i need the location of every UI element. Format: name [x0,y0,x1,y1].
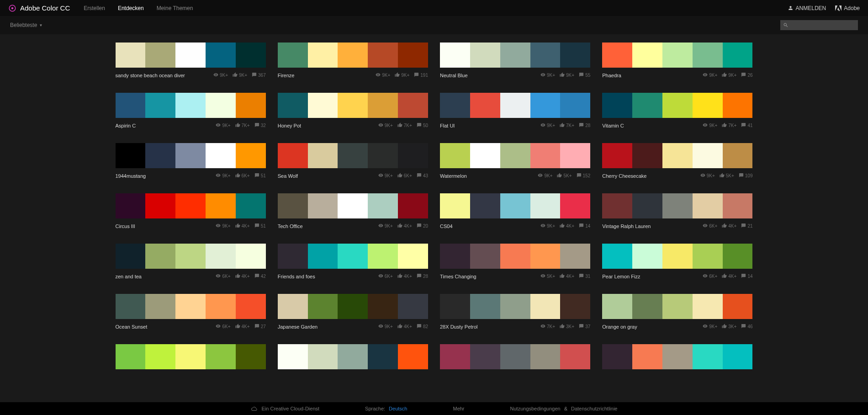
swatch [278,244,308,269]
thumb-up-icon [560,223,565,229]
swatch-row [278,294,428,319]
likes-count: 3K+ [566,324,574,329]
brand[interactable]: Adobe Color CC [8,4,70,12]
swatch [338,143,368,168]
comments-count: 191 [420,73,428,78]
theme-card[interactable]: Pear Lemon Fizz6K+4K+14 [602,244,752,279]
swatch [470,344,500,369]
swatch [693,244,723,269]
theme-card[interactable]: Vitamin C9K+7K+41 [602,93,752,128]
views-count: 9K+ [382,73,390,78]
theme-meta: Friends and foes6K+4K+28 [278,273,428,279]
swatch [278,294,308,319]
search-input[interactable] [780,20,858,30]
comments-count: 21 [747,223,752,229]
theme-card[interactable]: CS049K+4K+14 [440,193,590,229]
theme-meta: Times Changing5K+4K+31 [440,273,590,279]
comments-count: 26 [747,73,752,78]
theme-card[interactable]: Orange on gray9K+3K+46 [602,294,752,330]
theme-card[interactable] [440,344,590,369]
nav-meine-themen[interactable]: Meine Themen [157,5,193,11]
views-stat: 7K+ [540,324,555,330]
theme-card[interactable]: Ocean Sunset6K+4K+27 [116,294,266,330]
thumb-up-icon [557,173,562,179]
views-stat: 6K+ [703,273,717,279]
likes-count: 7K+ [404,123,412,128]
login-link[interactable]: ANMELDEN [788,5,826,11]
theme-card[interactable]: 28X Dusty Petrol7K+3K+37 [440,294,590,330]
swatch [693,193,723,218]
swatch [500,244,530,269]
swatch [470,294,500,319]
swatch-row [116,143,266,168]
theme-card[interactable] [116,344,266,369]
swatch [206,294,236,319]
likes-stat: 6K+ [397,173,412,179]
likes-stat: 7K+ [397,122,412,128]
likes-count: 5K+ [726,173,734,178]
nav-entdecken[interactable]: Entdecken [118,5,144,11]
theme-card[interactable]: Flat UI9K+7K+28 [440,93,590,128]
swatch [308,294,338,319]
theme-card[interactable]: Vintage Ralph Lauren6K+4K+21 [602,193,752,229]
swatch [602,244,632,269]
likes-stat: 4K+ [235,223,250,229]
theme-card[interactable]: Japanese Garden9K+4K+82 [278,294,428,330]
theme-meta: Honey Pot9K+7K+50 [278,122,428,128]
swatch [632,344,662,369]
likes-count: 9K+ [728,73,736,78]
likes-stat: 4K+ [235,324,250,330]
eye-icon [703,122,708,128]
eye-icon [213,72,218,78]
theme-card[interactable]: Aspirin C9K+7K+32 [116,93,266,128]
comments-count: 46 [747,324,752,329]
filter-dropdown[interactable]: Beliebteste ▼ [10,22,42,28]
theme-card[interactable] [602,344,752,369]
thumb-up-icon [395,72,400,78]
theme-card[interactable]: Cherry Cheesecake9K+5K+109 [602,143,752,179]
theme-stats: 6K+4K+28 [378,273,428,279]
comment-icon [254,223,259,229]
theme-card[interactable]: Circus III9K+4K+51 [116,193,266,229]
theme-card[interactable] [278,344,428,369]
theme-card[interactable]: Friends and foes6K+4K+28 [278,244,428,279]
theme-name: Friends and foes [278,274,315,279]
comments-stat: 14 [579,223,590,229]
theme-card[interactable]: Sea Wolf9K+6K+43 [278,143,428,179]
likes-stat: 4K+ [397,223,412,229]
swatch [662,93,693,118]
nav-erstellen[interactable]: Erstellen [84,5,105,11]
views-count: 9K+ [709,123,717,128]
theme-card[interactable]: Neutral Blue9K+9K+55 [440,43,590,78]
theme-stats: 9K+9K+55 [540,72,590,78]
theme-card[interactable]: Times Changing5K+4K+31 [440,244,590,279]
eye-icon [703,223,708,229]
swatch [440,244,470,269]
theme-card[interactable]: 1944mustang9K+6K+51 [116,143,266,179]
swatch-row [278,193,428,218]
likes-count: 4K+ [242,223,250,229]
theme-card[interactable]: Phaedra9K+9K+26 [602,43,752,78]
swatch [175,143,206,168]
theme-stats: 6K+4K+21 [703,223,752,229]
likes-count: 9K+ [239,73,247,78]
thumb-up-icon [722,122,727,128]
theme-card[interactable]: sandy stone beach ocean diver9K+9K+367 [116,43,266,78]
swatch-row [602,244,752,269]
swatch [632,244,662,269]
theme-card[interactable]: Tech Office9K+4K+20 [278,193,428,229]
likes-count: 9K+ [401,73,409,78]
theme-card[interactable]: Honey Pot9K+7K+50 [278,93,428,128]
likes-stat: 9K+ [233,72,247,78]
swatch [662,143,693,168]
adobe-link[interactable]: Adobe [835,5,860,11]
theme-card[interactable]: Watermelon9K+5K+152 [440,143,590,179]
views-stat: 9K+ [538,173,552,179]
likes-count: 4K+ [566,223,574,229]
theme-card[interactable]: Firenze9K+9K+191 [278,43,428,78]
swatch [723,193,753,218]
views-stat: 9K+ [378,223,393,229]
swatch [440,143,470,168]
comments-count: 14 [585,223,590,229]
theme-card[interactable]: zen and tea6K+4K+42 [116,244,266,279]
